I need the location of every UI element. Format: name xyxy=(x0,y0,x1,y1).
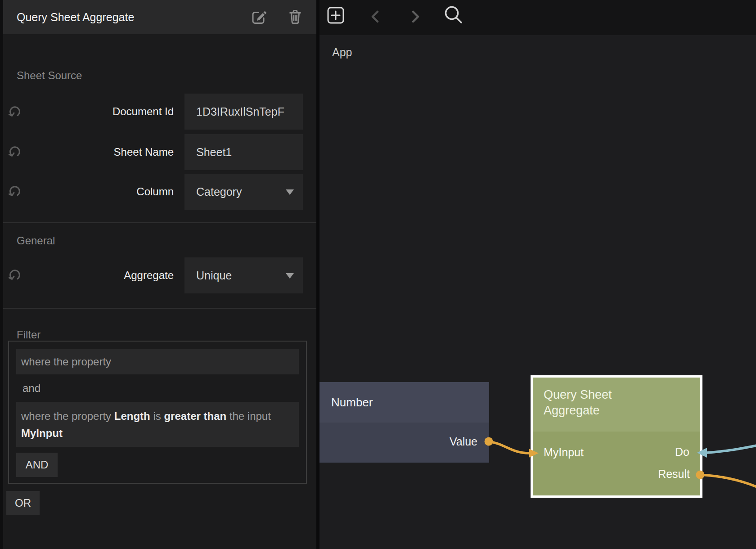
field-label: Sheet Name xyxy=(18,134,174,170)
column-value: Category xyxy=(196,185,242,198)
filter-box: where the property and where the propert… xyxy=(8,341,307,484)
node-query-sheet-aggregate[interactable]: Query Sheet Aggregate MyInput Do Result xyxy=(531,375,702,498)
column-dropdown[interactable]: Category xyxy=(184,174,303,210)
or-button[interactable]: OR xyxy=(6,491,40,515)
node-header: Query Sheet Aggregate xyxy=(533,378,700,432)
nav-back-icon[interactable] xyxy=(370,10,380,25)
and-button[interactable]: AND xyxy=(16,453,58,477)
node-header: Number xyxy=(320,382,489,423)
port-do[interactable]: Do xyxy=(675,446,689,459)
node-body: Value xyxy=(320,423,489,463)
wire-value-to-myinput[interactable] xyxy=(489,441,529,453)
rule-text: is xyxy=(150,410,164,422)
aggregate-dropdown[interactable]: Unique xyxy=(184,257,303,293)
filter-rule[interactable]: where the property Length is greater tha… xyxy=(16,402,299,447)
port-value[interactable]: Value xyxy=(450,423,477,463)
node-title: Query Sheet Aggregate xyxy=(544,387,649,418)
canvas-toolbar xyxy=(320,0,756,35)
rule-text: where the property xyxy=(21,410,114,422)
sheet-name-value: Sheet1 xyxy=(196,146,232,159)
property-panel: Query Sheet Aggregate Sheet Source xyxy=(0,0,316,549)
rule-operator: greater than xyxy=(164,410,226,422)
aggregate-value: Unique xyxy=(196,269,232,282)
panel-left-edge xyxy=(0,0,3,549)
field-label: Aggregate xyxy=(18,257,174,293)
rule-text: the input xyxy=(226,410,271,422)
breadcrumb[interactable]: App xyxy=(332,46,352,59)
node-title: Number xyxy=(331,396,373,410)
rule-property: Length xyxy=(114,410,150,422)
field-label: Column xyxy=(18,174,174,210)
port-result[interactable]: Result xyxy=(658,468,690,481)
section-divider xyxy=(3,308,316,309)
port-myinput[interactable]: MyInput xyxy=(544,446,584,459)
wire-from-result[interactable] xyxy=(700,475,756,487)
trash-icon[interactable] xyxy=(289,9,302,27)
app-window: Query Sheet Aggregate Sheet Source xyxy=(0,0,756,549)
filter-conjunction: and xyxy=(22,382,40,395)
search-icon[interactable] xyxy=(443,4,464,27)
chevron-down-icon xyxy=(286,273,294,279)
section-divider xyxy=(3,222,316,223)
panel-title: Query Sheet Aggregate xyxy=(17,0,134,34)
edit-icon[interactable] xyxy=(250,9,267,27)
chevron-down-icon xyxy=(286,189,294,195)
filter-rule-empty[interactable]: where the property xyxy=(16,349,299,374)
sheet-name-field[interactable]: Sheet1 xyxy=(184,134,303,170)
document-id-value: 1D3IRuxIlSnTepF xyxy=(196,105,284,118)
node-number[interactable]: Number Value xyxy=(320,382,489,463)
section-label-sheet-source: Sheet Source xyxy=(17,69,82,82)
section-label-general: General xyxy=(17,234,55,247)
panel-header: Query Sheet Aggregate xyxy=(3,0,316,34)
wire-to-do[interactable] xyxy=(707,446,756,453)
section-label-filter: Filter xyxy=(17,328,40,341)
node-canvas[interactable]: App Number Value Query Sheet Aggregate M… xyxy=(320,0,756,549)
panel-divider xyxy=(316,0,320,549)
node-body: MyInput Do Result xyxy=(533,432,700,495)
document-id-field[interactable]: 1D3IRuxIlSnTepF xyxy=(184,94,303,130)
field-label: Document Id xyxy=(18,94,174,130)
nav-forward-icon[interactable] xyxy=(410,10,420,25)
add-node-icon[interactable] xyxy=(327,7,344,26)
rule-input: MyInput xyxy=(21,427,63,439)
